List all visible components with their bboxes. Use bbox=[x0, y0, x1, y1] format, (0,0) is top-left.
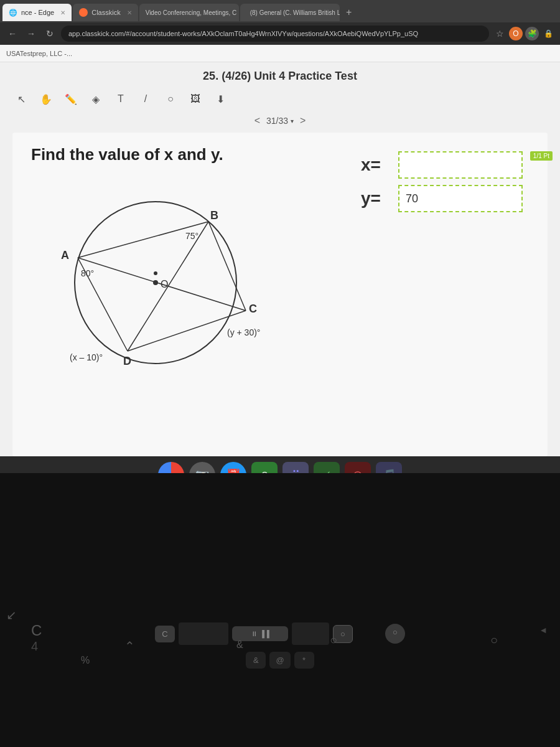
dropdown-arrow-icon[interactable]: ▾ bbox=[291, 118, 294, 125]
tab-general[interactable]: (8) General (C. Williams British L ✕ bbox=[240, 4, 340, 21]
geometry-svg: O bbox=[31, 177, 292, 388]
page-number: 31/33 ▾ bbox=[266, 116, 294, 126]
refresh-button[interactable]: ↻ bbox=[42, 26, 57, 41]
key-star[interactable]: * bbox=[294, 652, 314, 669]
svg-text:D: D bbox=[123, 355, 131, 367]
hand-tool[interactable]: ✋ bbox=[37, 90, 55, 108]
key-spacer bbox=[292, 622, 329, 645]
favorites-item[interactable]: USATestprep, LLC -... bbox=[6, 50, 72, 57]
address-input[interactable] bbox=[61, 26, 489, 42]
address-bar-row: ← → ↻ ☆ O 🧩 🔒 bbox=[0, 22, 560, 45]
extension-icon[interactable]: 🧩 bbox=[525, 27, 539, 40]
key-at[interactable]: @ bbox=[269, 652, 290, 669]
keyboard-row-2: & @ * bbox=[246, 652, 314, 669]
cursor-tool[interactable]: ↖ bbox=[12, 90, 30, 108]
y-answer-box[interactable]: 70 bbox=[398, 185, 523, 212]
bottom-left-text: C 4 bbox=[31, 622, 42, 654]
dark-area: C ⏸ ▐▐ ○ ○ & @ * ↙ C 4 % ⌃ & ○ ○ ◄ bbox=[0, 473, 560, 747]
svg-text:C: C bbox=[249, 303, 257, 315]
svg-text:75°: 75° bbox=[185, 231, 198, 241]
profile-icon[interactable]: O bbox=[509, 27, 523, 40]
new-tab-button[interactable]: + bbox=[341, 4, 357, 21]
y-value: 70 bbox=[406, 192, 418, 205]
svg-text:B: B bbox=[210, 209, 218, 222]
pts-badge: 1/1 Pt bbox=[530, 151, 553, 161]
key-o[interactable]: ○ bbox=[385, 624, 405, 644]
star-icon[interactable]: ☆ bbox=[493, 27, 506, 40]
forward-button[interactable]: → bbox=[24, 26, 39, 41]
x-answer-box[interactable]: 1/1 Pt bbox=[398, 151, 523, 179]
pen-tool[interactable]: ✏️ bbox=[62, 90, 80, 108]
next-button[interactable]: > bbox=[300, 115, 306, 126]
tab-classkick-icon bbox=[79, 8, 88, 17]
side-icon: ◄ bbox=[539, 625, 548, 635]
text-tool[interactable]: T bbox=[112, 90, 129, 108]
toolbar: ↖ ✋ ✏️ ◈ T / ○ 🖼 ⬇ bbox=[0, 87, 560, 111]
page-title: 25. (4/26) Unit 4 Practice Test bbox=[0, 62, 560, 87]
left-indicator: ↙ bbox=[6, 608, 17, 622]
tab-video[interactable]: Video Conferencing, Meetings, C ✕ bbox=[139, 4, 239, 21]
bottom-right-circle: ○ bbox=[490, 633, 498, 647]
tab-general-label: (8) General (C. Williams British L bbox=[250, 9, 340, 16]
lock-icon[interactable]: 🔒 bbox=[541, 27, 555, 40]
svg-text:(y + 30)°: (y + 30)° bbox=[227, 327, 260, 337]
bottom-percent: % bbox=[81, 655, 90, 666]
bottom-circle: ○ bbox=[330, 633, 337, 647]
browser-toolbar-icons: ☆ O 🧩 🔒 bbox=[493, 27, 555, 40]
diamond-tool[interactable]: ◈ bbox=[87, 90, 105, 108]
browser-window: 🌐 nce - Edge ✕ Classkick ✕ Video Confere… bbox=[0, 0, 560, 494]
x-label: x= bbox=[361, 155, 392, 175]
y-answer-row: y= 70 bbox=[361, 185, 523, 212]
bottom-ampersand: & bbox=[236, 639, 243, 651]
tab-close-btn[interactable]: ✕ bbox=[60, 9, 65, 16]
bottom-arrow: ⌃ bbox=[124, 639, 135, 654]
svg-text:A: A bbox=[61, 249, 69, 261]
keyboard-row-1: C ⏸ ▐▐ ○ ○ bbox=[155, 622, 405, 645]
image-tool[interactable]: 🖼 bbox=[187, 90, 204, 108]
question-area: Find the value of x and y. x= 1/1 Pt y= … bbox=[12, 133, 548, 456]
back-button[interactable]: ← bbox=[5, 26, 20, 41]
tab-icon: 🌐 bbox=[9, 9, 17, 17]
svg-line-8 bbox=[78, 258, 246, 311]
page-number-text: 31/33 bbox=[266, 116, 288, 126]
circle-tool[interactable]: ○ bbox=[162, 90, 179, 108]
tab-video-label: Video Conferencing, Meetings, C bbox=[146, 9, 237, 16]
svg-point-3 bbox=[154, 271, 157, 275]
favorites-bar: USATestprep, LLC -... bbox=[0, 45, 560, 62]
y-label: y= bbox=[361, 189, 392, 209]
tab-classkick-close[interactable]: ✕ bbox=[127, 9, 132, 16]
page-navigation: < 31/33 ▾ > bbox=[0, 111, 560, 133]
page-title-text: 25. (4/26) Unit 4 Practice Test bbox=[203, 70, 357, 82]
key-c[interactable]: C bbox=[155, 626, 175, 642]
tab-classkick-label: Classkick bbox=[91, 9, 120, 16]
line-tool[interactable]: / bbox=[137, 90, 154, 108]
tab-active[interactable]: 🌐 nce - Edge ✕ bbox=[2, 4, 72, 21]
svg-text:(x – 10)°: (x – 10)° bbox=[70, 352, 103, 362]
x-answer-row: x= 1/1 Pt bbox=[361, 151, 523, 179]
answer-section: x= 1/1 Pt y= 70 bbox=[361, 151, 523, 212]
svg-text:80°: 80° bbox=[81, 268, 94, 278]
geometry-diagram: O bbox=[31, 177, 292, 388]
spacer bbox=[357, 622, 381, 645]
prev-button[interactable]: < bbox=[254, 115, 260, 126]
key-wide-1 bbox=[179, 622, 228, 645]
svg-line-5 bbox=[208, 222, 246, 311]
key-num[interactable]: & bbox=[246, 652, 266, 669]
download-tool[interactable]: ⬇ bbox=[212, 90, 229, 108]
tab-bar: 🌐 nce - Edge ✕ Classkick ✕ Video Confere… bbox=[0, 0, 560, 22]
tab-classkick[interactable]: Classkick ✕ bbox=[73, 4, 138, 21]
tab-label: nce - Edge bbox=[21, 9, 54, 16]
